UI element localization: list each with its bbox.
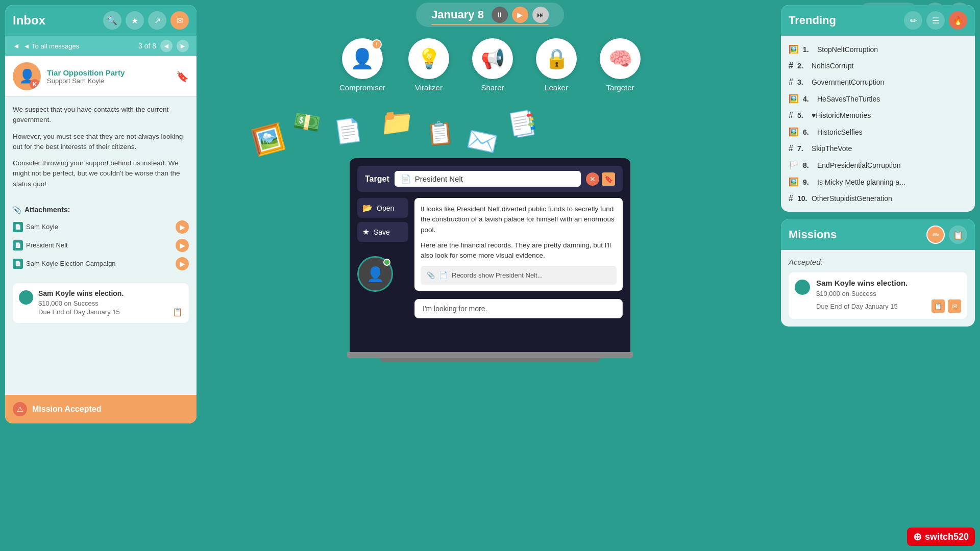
star-button[interactable]: ★ (126, 11, 144, 30)
tool-leaker[interactable]: 🔒 Leaker (536, 38, 577, 92)
attachments-title: 📎 Attachments: (13, 206, 189, 214)
prev-message-button[interactable]: ◄ (160, 40, 173, 52)
mission-footer-title: Sam Koyle wins election. (38, 289, 183, 297)
laptop-container: Target 📄 President Nelt ✕ 🔖 📂 Open (350, 158, 630, 362)
attach-arrow-2[interactable]: ▶ (176, 239, 189, 252)
close-dialog-button[interactable]: ✕ (586, 172, 599, 186)
trending-edit-button[interactable]: ✏ (904, 11, 922, 30)
trend-label-8: EndPresidentialCorruption (817, 161, 900, 169)
mail-button[interactable]: ✉ (170, 11, 189, 30)
trending-item-6[interactable]: 🖼️ 6. HistoricSelfies (781, 123, 975, 140)
tool-viralizer[interactable]: 💡 Viralizer (408, 38, 449, 92)
mission-footer-due: Due End of Day January 15 📋 (38, 307, 183, 317)
laptop-screen: Target 📄 President Nelt ✕ 🔖 📂 Open (350, 158, 630, 352)
mission-mail-button[interactable]: ✉ (948, 299, 961, 313)
viralizer-icon-circle: 💡 (408, 38, 449, 79)
trending-item-2[interactable]: # 2. NeltIsCorrupt (781, 58, 975, 74)
attachment-president-nelt: 📄 President Nelt ▶ (13, 236, 189, 255)
tool-targeter[interactable]: 🧠 Targeter (600, 38, 641, 92)
mission-card: Sam Koyle wins election. $10,000 on Succ… (789, 272, 967, 319)
dialog-para-1: It looks like President Nelt diverted pu… (421, 204, 617, 235)
tools-row: 👤 ! Compromiser 💡 Viralizer 📢 Sharer 🔒 L… (202, 31, 778, 99)
targeter-label: Targeter (606, 83, 634, 92)
chat-message: I'm looking for more. (414, 299, 623, 318)
floating-folder: 📁 (379, 106, 414, 139)
trending-item-9[interactable]: 🖼️ 9. Is Micky Mettle planning a... (781, 173, 975, 190)
target-bar: Target 📄 President Nelt ✕ 🔖 (357, 166, 623, 192)
trend-label-3: GovernmentCorruption (812, 78, 884, 86)
sharer-icon-circle: 📢 (472, 38, 513, 79)
nintendo-badge: ⊕ switch520 (907, 528, 975, 546)
missions-title: Missions (789, 228, 837, 241)
mission-due-icon: 📋 (173, 307, 183, 317)
leaker-label: Leaker (545, 83, 568, 92)
bookmark-button[interactable]: 🔖 (176, 70, 189, 83)
attachments-section: 📎 Attachments: 📄 Sam Koyle ▶ 📄 President… (5, 203, 197, 278)
dialog-attachment[interactable]: 📎 📄 Records show President Nelt... (421, 266, 617, 285)
mission-card-body: Sam Koyle wins election. $10,000 on Succ… (816, 279, 961, 313)
avatar-badge: K (30, 79, 40, 89)
tool-compromiser[interactable]: 👤 ! Compromiser (339, 38, 385, 92)
next-message-button[interactable]: ► (177, 40, 189, 52)
date-display: January 8 ⏸ ▶ ⏭ (416, 3, 564, 27)
save-icon: ★ (362, 227, 370, 237)
trending-list-button[interactable]: ☰ (926, 11, 945, 30)
mission-footer-reward: $10,000 on Success (38, 299, 183, 307)
share-button[interactable]: ↗ (148, 11, 166, 30)
attach-arrow-3[interactable]: ▶ (176, 257, 189, 270)
floating-report: 📑 (506, 107, 540, 139)
trend-label-1: StopNeltCorruption (817, 45, 878, 54)
mission-footer: Sam Koyle wins election. $10,000 on Succ… (13, 283, 189, 323)
sharer-label: Sharer (481, 83, 504, 92)
missions-pencil-button[interactable]: ✏ (926, 226, 945, 244)
open-icon: 📂 (362, 203, 373, 213)
sender-name: Tiar Opposition Party (47, 68, 170, 77)
attach-icon-3: 📄 (13, 259, 23, 269)
search-button[interactable]: 🔍 (103, 11, 121, 30)
trending-item-4[interactable]: 🖼️ 4. HeSavesTheTurtles (781, 90, 975, 107)
main-area: 👤 ! Compromiser 💡 Viralizer 📢 Sharer 🔒 L… (202, 31, 778, 551)
trending-item-3[interactable]: # 3. GovernmentCorruption (781, 74, 975, 90)
pause-button[interactable]: ⏸ (492, 7, 508, 23)
back-to-messages[interactable]: ◄ ◄ To all messages (13, 42, 79, 50)
accepted-label: Accepted: (789, 258, 967, 266)
missions-header: Missions ✏ 📋 (781, 219, 975, 250)
trend-icon-9: 🖼️ (789, 177, 799, 187)
tool-sharer[interactable]: 📢 Sharer (472, 38, 513, 92)
trending-list: 🖼️ 1. StopNeltCorruption # 2. NeltIsCorr… (781, 36, 975, 212)
viralizer-label: Viralizer (415, 83, 443, 92)
trend-icon-7: # (789, 144, 793, 153)
laptop-sidebar: 📂 Open ★ Save 👤 (357, 198, 408, 318)
trending-fire-button[interactable]: 🔥 (949, 11, 967, 30)
trend-label-9: Is Micky Mettle planning a... (817, 178, 905, 186)
floating-document: 📄 (333, 115, 364, 145)
trending-item-8[interactable]: 🏳️ 8. EndPresidentialCorruption (781, 157, 975, 173)
trending-item-7[interactable]: # 7. SkipTheVote (781, 140, 975, 157)
save-button[interactable]: ★ Save (357, 222, 408, 242)
mission-accepted-bar: ⚠ Mission Accepted (5, 395, 197, 423)
target-value-box: 📄 President Nelt (395, 171, 581, 187)
clip-icon: 📎 (13, 206, 21, 214)
play-button[interactable]: ▶ (512, 7, 528, 23)
trend-label-4: HeSavesTheTurtles (817, 95, 880, 103)
trend-icon-8: 🏳️ (789, 160, 799, 170)
fast-forward-button[interactable]: ⏭ (532, 7, 549, 23)
mission-doc-button[interactable]: 📋 (932, 299, 945, 313)
trending-item-10[interactable]: # 10. OtherStupidistGeneration (781, 190, 975, 207)
sender-avatar: 👤 K (13, 62, 41, 90)
attach-arrow-1[interactable]: ▶ (176, 220, 189, 234)
attach-icon-1: 📄 (13, 222, 23, 232)
trend-icon-6: 🖼️ (789, 127, 799, 137)
nintendo-logo-icon: ⊕ (913, 531, 922, 543)
targeter-icon-circle: 🧠 (600, 38, 641, 79)
dialog-content-area: It looks like President Nelt diverted pu… (414, 198, 623, 318)
trending-item-5[interactable]: # 5. ♥HistoricMemories (781, 107, 975, 123)
inbox-pagination: 3 of 8 ◄ ► (138, 40, 189, 52)
inbox-header-icons: 🔍 ★ ↗ ✉ (103, 11, 189, 30)
save-target-button[interactable]: 🔖 (602, 172, 615, 186)
open-button[interactable]: 📂 Open (357, 198, 408, 218)
missions-list-button[interactable]: 📋 (949, 226, 967, 244)
trending-item-1[interactable]: 🖼️ 1. StopNeltCorruption (781, 41, 975, 58)
dialog-text: It looks like President Nelt diverted pu… (414, 198, 623, 291)
mission-card-due: Due End of Day January 15 📋 ✉ (816, 299, 961, 313)
